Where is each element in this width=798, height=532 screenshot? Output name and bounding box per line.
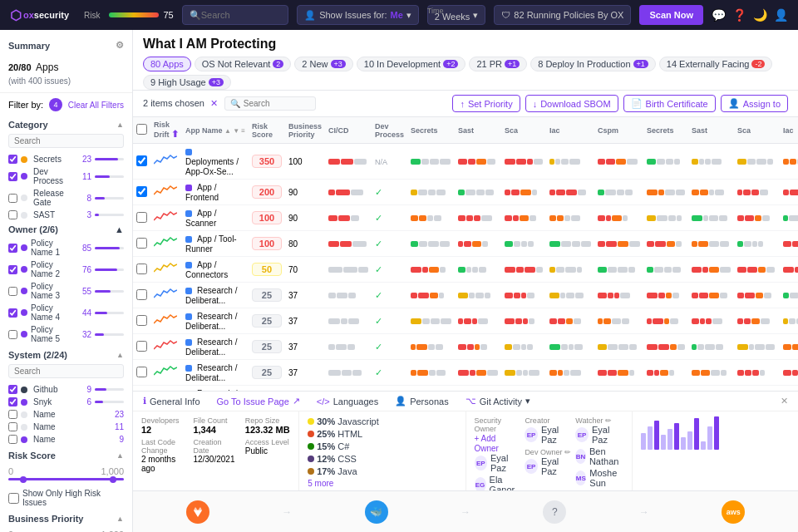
policy2-checkbox[interactable] <box>8 265 17 274</box>
more-languages-button[interactable]: 5 more <box>308 479 456 488</box>
sidebar-item-dev-process[interactable]: Dev Process 11 <box>0 165 132 187</box>
risk-thumb-left[interactable] <box>20 476 27 483</box>
sidebar-item-sast[interactable]: SAST 3 <box>0 209 132 221</box>
tab-in-development[interactable]: 10 In Development +2 <box>357 57 466 71</box>
row-checkbox[interactable] <box>136 315 147 326</box>
github-checkbox[interactable] <box>8 385 17 394</box>
birth-certificate-button[interactable]: 📄 Birth Certificate <box>623 95 716 112</box>
snyk-checkbox[interactable] <box>8 397 17 406</box>
tab-2-new[interactable]: 2 New +3 <box>294 57 352 71</box>
owner-section[interactable]: Owner (2/6) ▲ <box>0 221 132 237</box>
sidebar-item-name1[interactable]: Name 23 <box>0 408 132 421</box>
secrets-checkbox[interactable] <box>8 155 17 164</box>
th-cspm1[interactable]: Cspm <box>594 117 643 144</box>
row-checkbox-cell[interactable] <box>133 308 150 334</box>
row-checkbox[interactable] <box>136 341 147 352</box>
th-iac1[interactable]: Iac <box>546 117 594 144</box>
row-checkbox[interactable] <box>136 264 147 274</box>
category-search[interactable] <box>0 132 132 153</box>
sidebar-item-snyk[interactable]: Snyk 6 <box>0 396 132 408</box>
sast-checkbox[interactable] <box>8 210 17 219</box>
user-avatar-icon[interactable]: 👤 <box>774 8 788 22</box>
download-sbom-button[interactable]: ↓ Download SBOM <box>525 95 618 112</box>
time-range-btn[interactable]: Time 2 Weeks ▾ <box>427 5 486 25</box>
help-icon[interactable]: ❓ <box>732 8 746 22</box>
th-secrets2[interactable]: Secrets <box>643 117 688 144</box>
clear-selection-btn[interactable]: ✕ <box>210 98 218 108</box>
th-iac2[interactable]: Iac <box>780 117 798 144</box>
th-business-priority[interactable]: BusinessPriority <box>285 117 325 144</box>
sidebar-item-release-gate[interactable]: Release Gate 8 <box>0 187 132 209</box>
sidebar-item-name2[interactable]: Name 11 <box>0 421 132 433</box>
table-search[interactable]: 🔍 <box>224 96 316 111</box>
clear-all-button[interactable]: Clear All Filters <box>68 101 124 110</box>
add-owner-button[interactable]: + Add Owner <box>475 434 499 453</box>
system-search-input[interactable] <box>8 364 124 378</box>
th-sca2[interactable]: Sca <box>734 117 780 144</box>
th-risk-score[interactable]: RiskScore <box>249 117 285 144</box>
sidebar-item-policy5[interactable]: Policy Name 5 32 <box>0 323 132 345</box>
category-search-input[interactable] <box>8 134 124 148</box>
dev-process-checkbox[interactable] <box>8 172 17 181</box>
theme-icon[interactable]: 🌙 <box>753 8 767 22</box>
tab-80-apps[interactable]: 80 Apps <box>143 57 191 71</box>
row-checkbox[interactable] <box>136 212 147 223</box>
row-checkbox[interactable] <box>136 186 147 197</box>
th-checkbox[interactable] <box>133 117 150 144</box>
sidebar-item-secrets[interactable]: Secrets 23 <box>0 153 132 165</box>
policy1-checkbox[interactable] <box>8 244 17 253</box>
policy3-checkbox[interactable] <box>8 287 17 296</box>
name2-checkbox[interactable] <box>8 422 17 431</box>
row-checkbox-cell[interactable] <box>133 283 150 308</box>
tab-pr[interactable]: 21 PR +1 <box>469 57 527 71</box>
name1-checkbox[interactable] <box>8 410 17 419</box>
row-checkbox[interactable] <box>136 367 147 377</box>
risk-thumb-right[interactable] <box>110 476 116 483</box>
th-dev-process[interactable]: DevProcess <box>372 117 407 144</box>
row-checkbox[interactable] <box>136 289 147 300</box>
select-all-checkbox[interactable] <box>136 124 147 135</box>
th-cicd[interactable]: CI/CD <box>325 117 372 144</box>
global-search[interactable]: 🔍 <box>182 5 288 25</box>
tab-os-not-relevant[interactable]: OS Not Relevant 2 <box>195 57 292 71</box>
system-section[interactable]: System (2/24) ▲ <box>0 345 132 362</box>
tab-deploy-production[interactable]: 8 Deploy In Production +1 <box>530 57 656 71</box>
business-priority-section[interactable]: Business Priority ▲ <box>0 509 132 526</box>
th-risk-drift[interactable]: RiskDrift ⬆ <box>150 117 182 144</box>
row-checkbox-cell[interactable] <box>133 360 150 386</box>
set-priority-button[interactable]: ↑ Set Priority <box>452 95 520 112</box>
release-gate-checkbox[interactable] <box>8 194 17 203</box>
search-input[interactable] <box>201 10 281 20</box>
row-checkbox-cell[interactable] <box>133 231 150 257</box>
row-checkbox-cell[interactable] <box>133 205 150 231</box>
policy4-checkbox[interactable] <box>8 308 17 318</box>
assign-to-button[interactable]: 👤 Assign to <box>721 95 788 112</box>
chat-icon[interactable]: 💬 <box>712 8 726 22</box>
th-app-name[interactable]: App Name ▲ ▼ ≡ <box>182 117 249 144</box>
show-issues-btn[interactable]: 👤 Show Issues for: Me ▾ <box>297 5 419 25</box>
tab-high-usage[interactable]: 9 High Usage +3 <box>143 75 231 90</box>
row-checkbox-cell[interactable] <box>133 334 150 360</box>
sidebar-item-policy2[interactable]: Policy Name 2 76 <box>0 259 132 280</box>
row-checkbox[interactable] <box>136 238 147 249</box>
sidebar-item-github[interactable]: Github 9 <box>0 383 132 396</box>
table-search-input[interactable] <box>244 99 310 108</box>
th-sast1[interactable]: Sast <box>455 117 501 144</box>
name3-checkbox[interactable] <box>8 435 17 444</box>
sidebar-item-policy1[interactable]: Policy Name 1 85 <box>0 237 132 259</box>
high-risk-checkbox-row[interactable]: Show Only High Risk Issues <box>0 487 132 509</box>
th-secrets1[interactable]: Secrets <box>407 117 455 144</box>
scan-now-button[interactable]: Scan Now <box>639 5 703 25</box>
sidebar-item-policy3[interactable]: Policy Name 3 55 <box>0 280 132 302</box>
row-checkbox-cell[interactable] <box>133 180 150 205</box>
high-risk-checkbox[interactable] <box>8 493 19 504</box>
policies-btn[interactable]: 🛡 82 Running Policies By OX <box>494 5 631 25</box>
row-checkbox-cell[interactable] <box>133 257 150 283</box>
settings-icon[interactable]: ⚙ <box>116 40 124 51</box>
row-checkbox-cell[interactable] <box>133 144 150 180</box>
row-checkbox[interactable] <box>136 155 147 166</box>
go-to-issue-section[interactable]: Go To Issue Page ↗ <box>217 396 300 406</box>
sidebar-item-policy4[interactable]: Policy Name 4 44 <box>0 302 132 323</box>
policy5-checkbox[interactable] <box>8 330 17 339</box>
risk-score-section[interactable]: Risk Score ▲ <box>0 446 132 463</box>
